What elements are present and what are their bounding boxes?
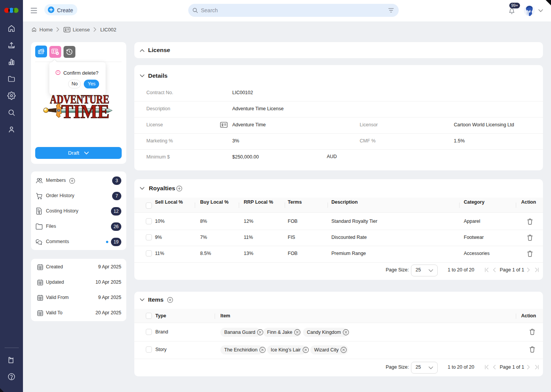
svg-text:TIME: TIME xyxy=(61,101,109,119)
